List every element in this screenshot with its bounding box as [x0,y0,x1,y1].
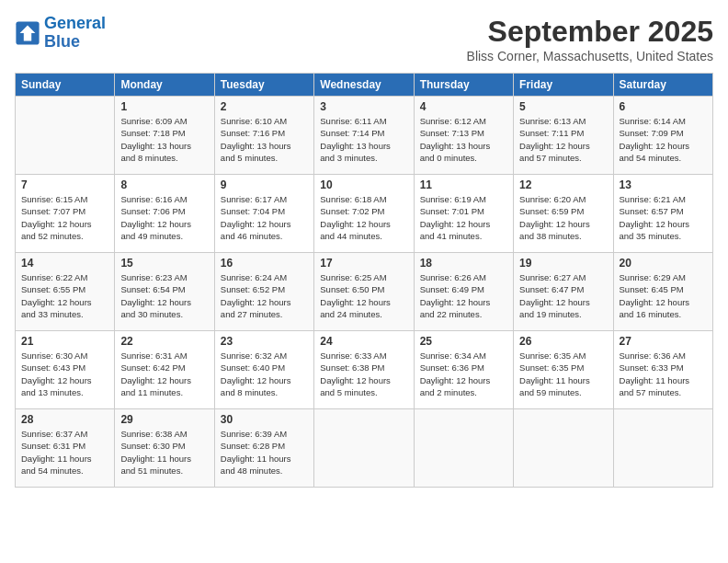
day-number: 1 [120,100,208,113]
logo-line1: General [44,14,106,32]
weekday-header-cell: Tuesday [214,74,313,97]
calendar-cell: 15Sunrise: 6:23 AM Sunset: 6:54 PM Dayli… [115,253,214,331]
calendar-cell [16,97,115,175]
cell-sun-info: Sunrise: 6:36 AM Sunset: 6:33 PM Dayligh… [620,350,707,398]
calendar-cell: 17Sunrise: 6:25 AM Sunset: 6:50 PM Dayli… [314,253,414,331]
day-number: 7 [21,178,108,191]
day-number: 15 [120,257,208,270]
calendar-cell: 9Sunrise: 6:17 AM Sunset: 7:04 PM Daylig… [214,175,313,253]
day-number: 25 [420,335,507,348]
calendar-body: 1Sunrise: 6:09 AM Sunset: 7:18 PM Daylig… [16,97,713,488]
day-number: 29 [120,413,208,426]
cell-sun-info: Sunrise: 6:25 AM Sunset: 6:50 PM Dayligh… [320,271,407,320]
cell-sun-info: Sunrise: 6:16 AM Sunset: 7:06 PM Dayligh… [120,193,208,242]
weekday-header-cell: Wednesday [314,74,414,97]
cell-sun-info: Sunrise: 6:31 AM Sunset: 6:42 PM Dayligh… [120,350,208,398]
calendar-cell [414,409,513,488]
calendar-cell [314,409,414,488]
weekday-header-row: SundayMondayTuesdayWednesdayThursdayFrid… [16,74,713,97]
calendar-cell: 4Sunrise: 6:12 AM Sunset: 7:13 PM Daylig… [414,97,513,175]
day-number: 9 [221,178,308,191]
calendar-week-row: 1Sunrise: 6:09 AM Sunset: 7:18 PM Daylig… [16,97,713,175]
calendar-week-row: 21Sunrise: 6:30 AM Sunset: 6:43 PM Dayli… [16,331,713,409]
calendar-cell: 22Sunrise: 6:31 AM Sunset: 6:42 PM Dayli… [115,331,214,409]
cell-sun-info: Sunrise: 6:37 AM Sunset: 6:31 PM Dayligh… [21,428,108,477]
calendar-cell: 8Sunrise: 6:16 AM Sunset: 7:06 PM Daylig… [115,175,214,253]
cell-sun-info: Sunrise: 6:38 AM Sunset: 6:30 PM Dayligh… [120,428,208,477]
logo-text: General Blue [44,15,106,52]
day-number: 28 [21,413,108,426]
calendar-cell: 7Sunrise: 6:15 AM Sunset: 7:07 PM Daylig… [16,175,115,253]
day-number: 13 [620,178,707,191]
month-title: September 2025 [467,15,713,49]
day-number: 5 [519,100,607,113]
day-number: 22 [120,335,208,348]
weekday-header-cell: Friday [514,74,613,97]
cell-sun-info: Sunrise: 6:24 AM Sunset: 6:52 PM Dayligh… [221,271,308,320]
logo-line2: Blue [44,32,80,51]
weekday-header-cell: Saturday [613,74,712,97]
calendar-week-row: 14Sunrise: 6:22 AM Sunset: 6:55 PM Dayli… [16,253,713,331]
cell-sun-info: Sunrise: 6:09 AM Sunset: 7:18 PM Dayligh… [120,115,208,164]
cell-sun-info: Sunrise: 6:22 AM Sunset: 6:55 PM Dayligh… [21,271,108,320]
calendar-cell: 25Sunrise: 6:34 AM Sunset: 6:36 PM Dayli… [414,331,513,409]
calendar-cell: 16Sunrise: 6:24 AM Sunset: 6:52 PM Dayli… [214,253,313,331]
day-number: 8 [120,178,208,191]
cell-sun-info: Sunrise: 6:34 AM Sunset: 6:36 PM Dayligh… [420,350,507,398]
calendar-cell: 1Sunrise: 6:09 AM Sunset: 7:18 PM Daylig… [115,97,214,175]
cell-sun-info: Sunrise: 6:27 AM Sunset: 6:47 PM Dayligh… [519,271,607,320]
cell-sun-info: Sunrise: 6:19 AM Sunset: 7:01 PM Dayligh… [420,193,507,242]
day-number: 23 [221,335,308,348]
day-number: 12 [519,178,607,191]
calendar-cell [514,409,613,488]
calendar-cell [613,409,712,488]
calendar-cell: 2Sunrise: 6:10 AM Sunset: 7:16 PM Daylig… [214,97,313,175]
day-number: 4 [420,100,507,113]
day-number: 20 [620,257,707,270]
calendar-week-row: 7Sunrise: 6:15 AM Sunset: 7:07 PM Daylig… [16,175,713,253]
day-number: 11 [420,178,507,191]
logo: General Blue [15,15,106,52]
cell-sun-info: Sunrise: 6:18 AM Sunset: 7:02 PM Dayligh… [320,193,407,242]
calendar-cell: 21Sunrise: 6:30 AM Sunset: 6:43 PM Dayli… [16,331,115,409]
cell-sun-info: Sunrise: 6:23 AM Sunset: 6:54 PM Dayligh… [120,271,208,320]
header: General Blue September 2025 Bliss Corner… [15,15,713,63]
calendar-week-row: 28Sunrise: 6:37 AM Sunset: 6:31 PM Dayli… [16,409,713,488]
cell-sun-info: Sunrise: 6:17 AM Sunset: 7:04 PM Dayligh… [221,193,308,242]
cell-sun-info: Sunrise: 6:10 AM Sunset: 7:16 PM Dayligh… [221,115,308,164]
weekday-header-cell: Monday [115,74,214,97]
cell-sun-info: Sunrise: 6:35 AM Sunset: 6:35 PM Dayligh… [519,350,607,398]
day-number: 27 [620,335,707,348]
calendar-cell: 18Sunrise: 6:26 AM Sunset: 6:49 PM Dayli… [414,253,513,331]
cell-sun-info: Sunrise: 6:32 AM Sunset: 6:40 PM Dayligh… [221,350,308,398]
calendar-cell: 24Sunrise: 6:33 AM Sunset: 6:38 PM Dayli… [314,331,414,409]
calendar-cell: 6Sunrise: 6:14 AM Sunset: 7:09 PM Daylig… [613,97,712,175]
calendar-cell: 26Sunrise: 6:35 AM Sunset: 6:35 PM Dayli… [514,331,613,409]
cell-sun-info: Sunrise: 6:29 AM Sunset: 6:45 PM Dayligh… [620,271,707,320]
calendar-cell: 28Sunrise: 6:37 AM Sunset: 6:31 PM Dayli… [16,409,115,488]
logo-icon [15,20,40,46]
cell-sun-info: Sunrise: 6:26 AM Sunset: 6:49 PM Dayligh… [420,271,507,320]
calendar-table: SundayMondayTuesdayWednesdayThursdayFrid… [15,73,713,488]
day-number: 6 [620,100,707,113]
location-title: Bliss Corner, Massachusetts, United Stat… [467,49,713,63]
calendar-cell: 10Sunrise: 6:18 AM Sunset: 7:02 PM Dayli… [314,175,414,253]
weekday-header-cell: Sunday [16,74,115,97]
day-number: 26 [519,335,607,348]
cell-sun-info: Sunrise: 6:14 AM Sunset: 7:09 PM Dayligh… [620,115,707,164]
day-number: 18 [420,257,507,270]
cell-sun-info: Sunrise: 6:39 AM Sunset: 6:28 PM Dayligh… [221,428,308,477]
day-number: 17 [320,257,407,270]
cell-sun-info: Sunrise: 6:33 AM Sunset: 6:38 PM Dayligh… [320,350,407,398]
day-number: 24 [320,335,407,348]
calendar-cell: 12Sunrise: 6:20 AM Sunset: 6:59 PM Dayli… [514,175,613,253]
calendar-cell: 20Sunrise: 6:29 AM Sunset: 6:45 PM Dayli… [613,253,712,331]
day-number: 2 [221,100,308,113]
cell-sun-info: Sunrise: 6:20 AM Sunset: 6:59 PM Dayligh… [519,193,607,242]
cell-sun-info: Sunrise: 6:21 AM Sunset: 6:57 PM Dayligh… [620,193,707,242]
calendar-cell: 23Sunrise: 6:32 AM Sunset: 6:40 PM Dayli… [214,331,313,409]
calendar-cell: 27Sunrise: 6:36 AM Sunset: 6:33 PM Dayli… [613,331,712,409]
weekday-header-cell: Thursday [414,74,513,97]
cell-sun-info: Sunrise: 6:12 AM Sunset: 7:13 PM Dayligh… [420,115,507,164]
calendar-cell: 14Sunrise: 6:22 AM Sunset: 6:55 PM Dayli… [16,253,115,331]
